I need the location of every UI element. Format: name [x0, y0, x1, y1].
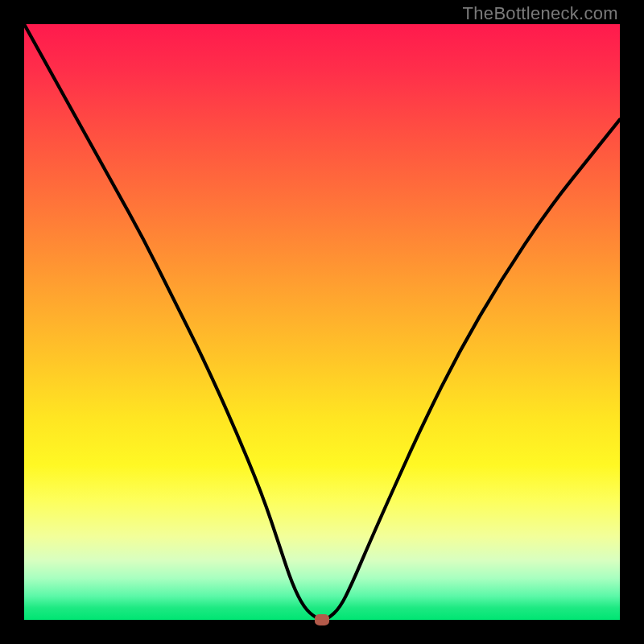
- bottleneck-curve: [24, 24, 620, 620]
- plot-area: [24, 24, 620, 620]
- optimum-marker: [315, 614, 329, 625]
- chart-frame: TheBottleneck.com: [0, 0, 644, 644]
- watermark-text: TheBottleneck.com: [463, 3, 618, 24]
